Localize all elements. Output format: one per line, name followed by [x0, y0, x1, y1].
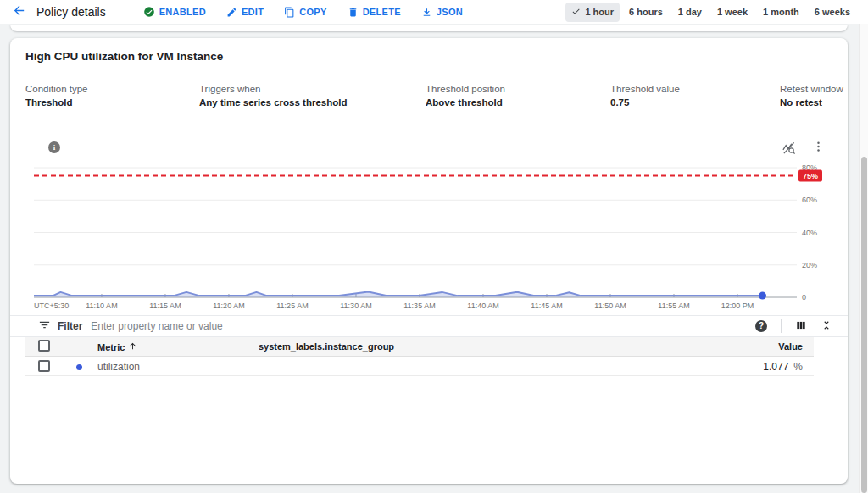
filter-bar: Filter ?	[10, 315, 848, 337]
svg-text:11:55 AM: 11:55 AM	[658, 302, 689, 310]
previous-card-bottom	[10, 25, 848, 31]
svg-text:20%: 20%	[802, 261, 817, 269]
filter-icon	[38, 319, 51, 335]
svg-text:UTC+5:30: UTC+5:30	[34, 302, 69, 310]
columns-icon	[795, 319, 807, 334]
svg-text:11:15 AM: 11:15 AM	[149, 302, 181, 310]
field-triggers-when: Triggers when Any time series cross thre…	[199, 84, 347, 108]
collapse-icon	[821, 319, 832, 334]
svg-text:11:50 AM: 11:50 AM	[594, 302, 626, 310]
chart-zoom-off-icon	[782, 145, 796, 158]
filter-help-button[interactable]: ?	[755, 320, 767, 332]
topbar: Policy details ENABLED EDIT COPY DELETE	[0, 0, 868, 24]
svg-text:75%: 75%	[803, 172, 818, 180]
help-icon: ?	[755, 320, 767, 332]
filter-input[interactable]	[91, 320, 742, 332]
scrollbar-thumb[interactable]	[861, 157, 867, 493]
svg-text:11:30 AM: 11:30 AM	[340, 302, 371, 310]
column-settings-button[interactable]	[795, 319, 807, 334]
time-range-1-week[interactable]: 1 week	[711, 3, 754, 21]
delete-button[interactable]: DELETE	[348, 7, 401, 18]
back-arrow-icon	[12, 3, 26, 20]
time-range-1-day[interactable]: 1 day	[672, 3, 708, 21]
column-header-instance-group[interactable]: system_labels.instance_group	[220, 341, 432, 352]
chart-more-options-button[interactable]	[812, 140, 825, 156]
vertical-scrollbar	[859, 24, 868, 493]
row-checkbox[interactable]	[38, 360, 50, 372]
svg-text:11:10 AM: 11:10 AM	[86, 302, 117, 310]
condition-title: High CPU utilization for VM Instance	[25, 50, 223, 63]
check-circle-icon	[143, 6, 155, 18]
time-range-6-weeks[interactable]: 6 weeks	[809, 3, 856, 21]
time-range-1-month[interactable]: 1 month	[757, 3, 805, 21]
time-range-6-hours[interactable]: 6 hours	[623, 3, 669, 21]
chart-zoom-toggle-button[interactable]	[782, 141, 796, 158]
json-button[interactable]: JSON	[421, 7, 463, 18]
collapse-table-button[interactable]	[821, 319, 832, 334]
table-header: Metric system_labels.instance_group Valu…	[25, 337, 814, 357]
svg-text:11:40 AM: 11:40 AM	[467, 302, 498, 310]
policy-details-page: Policy details ENABLED EDIT COPY DELETE	[0, 0, 868, 493]
svg-text:60%: 60%	[802, 196, 817, 204]
field-threshold-value: Threshold value 0.75	[610, 84, 680, 108]
svg-text:11:20 AM: 11:20 AM	[213, 302, 244, 310]
check-icon	[571, 7, 581, 18]
chart-svg[interactable]: 11:10 AM11:15 AM11:20 AM11:25 AM11:30 AM…	[34, 161, 848, 312]
field-threshold-position: Threshold position Above threshold	[426, 84, 505, 108]
svg-text:11:35 AM: 11:35 AM	[403, 302, 435, 310]
svg-text:40%: 40%	[802, 229, 817, 237]
column-header-value[interactable]: Value	[778, 341, 803, 352]
field-retest-window: Retest window No retest	[780, 84, 843, 108]
sort-up-icon	[128, 341, 137, 352]
filter-label: Filter	[58, 320, 82, 332]
copy-button[interactable]: COPY	[284, 7, 326, 18]
back-button[interactable]	[12, 3, 26, 20]
condition-card: High CPU utilization for VM Instance Con…	[10, 38, 848, 484]
table-row[interactable]: utilization 1.077%	[25, 357, 814, 376]
svg-text:12:00 PM: 12:00 PM	[721, 302, 754, 310]
field-condition-type: Condition type Threshold	[25, 84, 88, 108]
enabled-status-button[interactable]: ENABLED	[143, 6, 206, 18]
cell-metric: utilization	[97, 361, 140, 373]
copy-icon	[284, 7, 295, 18]
info-icon[interactable]: i	[48, 141, 60, 153]
trash-icon	[348, 7, 359, 18]
kebab-icon	[812, 143, 825, 156]
select-all-checkbox[interactable]	[38, 340, 50, 352]
series-color-dot	[76, 364, 82, 370]
cell-value: 1.077%	[763, 361, 803, 373]
time-range-1-hour[interactable]: 1 hour	[565, 3, 620, 22]
time-range-selector: 1 hour 6 hours 1 day 1 week 1 month 6 we…	[565, 3, 856, 22]
svg-text:11:45 AM: 11:45 AM	[531, 302, 562, 310]
page-title: Policy details	[36, 5, 106, 19]
pencil-icon	[226, 7, 237, 18]
svg-text:0: 0	[802, 293, 806, 302]
svg-text:11:25 AM: 11:25 AM	[276, 302, 308, 310]
column-header-metric[interactable]: Metric	[97, 341, 137, 352]
divider	[781, 319, 782, 333]
edit-button[interactable]: EDIT	[226, 7, 264, 18]
download-icon	[421, 7, 432, 18]
